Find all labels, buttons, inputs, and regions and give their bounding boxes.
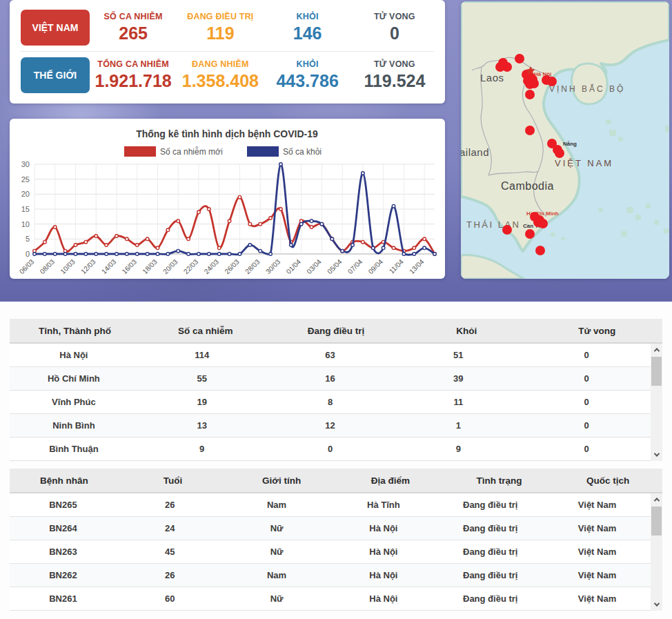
- case-dot[interactable]: [535, 246, 545, 255]
- table-row: BN26345NữHà NộiĐang điều trịViệt Nam: [10, 540, 651, 564]
- data-point: [74, 253, 77, 256]
- scroll-thumb[interactable]: [651, 357, 662, 386]
- data-point: [135, 244, 139, 247]
- case-dot[interactable]: [533, 217, 543, 227]
- x-axis-tick: 14/03: [100, 257, 118, 275]
- data-point: [187, 237, 190, 241]
- stat-recovered: KHỎI 146: [264, 12, 351, 43]
- x-axis-tick: 18/03: [141, 257, 159, 275]
- table-cell: 8: [266, 397, 395, 407]
- data-point: [371, 246, 375, 250]
- table-row: BN26526NamHà TĩnhĐang điều trịViệt Nam: [10, 493, 651, 517]
- data-point: [279, 208, 283, 211]
- table-row: BN26424NữHà NộiĐang điều trịViệt Nam: [10, 517, 651, 540]
- case-dot[interactable]: [555, 148, 564, 158]
- scroll-down-icon[interactable]: [651, 599, 662, 610]
- map-region-label: ailand: [461, 146, 489, 158]
- x-axis-tick: 30/03: [264, 257, 282, 275]
- map-region-label: Laos: [480, 72, 504, 83]
- case-dot[interactable]: [515, 54, 524, 63]
- map-canvas[interactable]: LaosVỊNH BẮC BỘailandCambodiaVIỆT NAMI T…: [461, 1, 669, 279]
- stat-cases: SỐ CA NHIỄM 265: [90, 12, 177, 43]
- data-point: [392, 246, 395, 250]
- data-point: [279, 163, 283, 166]
- case-dot[interactable]: [525, 126, 535, 135]
- x-axis-tick: 06/03: [18, 257, 36, 275]
- stat-value: 119.524: [351, 71, 438, 91]
- case-dot[interactable]: [525, 90, 535, 99]
- x-axis-tick: 20/03: [161, 257, 179, 275]
- case-dot[interactable]: [547, 77, 557, 86]
- case-dot[interactable]: [502, 225, 512, 235]
- stat-value: 146: [264, 23, 351, 43]
- data-point: [74, 244, 77, 247]
- table-cell: Việt Nam: [544, 547, 651, 557]
- data-point: [177, 249, 180, 253]
- patient-table-scrollbar[interactable]: [651, 493, 662, 611]
- x-axis-tick: 13/04: [408, 257, 426, 275]
- map-city-label: Nẵng: [563, 141, 577, 147]
- column-header: Địa điểm: [336, 475, 445, 486]
- y-axis-tick: 20: [21, 190, 30, 198]
- case-dot[interactable]: [525, 229, 535, 239]
- scroll-up-icon[interactable]: [651, 494, 662, 505]
- x-axis-tick: 12/03: [79, 257, 97, 275]
- x-axis-tick: 24/03: [203, 257, 221, 275]
- scroll-down-icon[interactable]: [651, 449, 662, 460]
- province-table-scrollbar[interactable]: [651, 344, 662, 461]
- data-point: [423, 246, 426, 250]
- hero-section: VIỆT NAM SỐ CA NHIỄM 265 ĐANG ĐIỀU TRỊ 1…: [0, 0, 672, 302]
- table-cell: Nữ: [224, 523, 330, 533]
- data-point: [146, 237, 149, 241]
- data-point: [228, 253, 231, 256]
- scroll-up-icon[interactable]: [651, 344, 662, 355]
- map-region-label: VIỆT NAM: [555, 158, 613, 168]
- table-cell: Đang điều trị: [437, 593, 544, 604]
- data-point: [413, 246, 416, 250]
- x-axis-tick: 09/04: [367, 257, 385, 275]
- table-row: Hồ Chí Minh5516390: [10, 367, 651, 391]
- data-point: [53, 226, 57, 229]
- table-cell: BN261: [10, 593, 117, 604]
- stat-value: 443.786: [264, 71, 351, 91]
- data-point: [310, 226, 313, 229]
- case-dot[interactable]: [495, 62, 505, 72]
- legend-item[interactable]: Số ca khỏi: [247, 146, 322, 157]
- column-header: Tử vong: [532, 326, 662, 336]
- table-cell: 39: [394, 373, 522, 384]
- data-point: [248, 244, 252, 247]
- covid-trend-chart[interactable]: Thống kê tình hình dịch bệnh COVID-19Số …: [10, 119, 445, 279]
- data-point: [330, 237, 334, 241]
- vietnam-button[interactable]: VIỆT NAM: [21, 10, 90, 46]
- table-cell: Việt Nam: [544, 593, 651, 604]
- table-cell: 0: [522, 444, 651, 454]
- table-cell: 13: [138, 420, 266, 431]
- column-header: Tỉnh, Thành phố: [10, 326, 140, 336]
- table-cell: Việt Nam: [544, 500, 651, 510]
- scroll-thumb[interactable]: [651, 507, 662, 536]
- world-button[interactable]: THẾ GIỚI: [21, 57, 90, 93]
- data-point: [156, 246, 159, 250]
- stat-infected: ĐANG NHIỄM 1.358.408: [177, 59, 264, 91]
- table-cell: 26: [117, 500, 224, 510]
- table-cell: Hồ Chí Minh: [10, 373, 138, 384]
- case-dot[interactable]: [529, 79, 539, 88]
- data-point: [84, 253, 88, 256]
- stat-treating: ĐANG ĐIỀU TRỊ 119: [177, 12, 264, 43]
- data-point: [299, 222, 303, 226]
- legend-swatch: [247, 146, 279, 157]
- legend-item[interactable]: Số ca nhiễm mới: [124, 146, 223, 157]
- stat-label: SỐ CA NHIỄM: [90, 12, 177, 21]
- vietnam-stats-row: VIỆT NAM SỐ CA NHIỄM 265 ĐANG ĐIỀU TRỊ 1…: [17, 6, 438, 50]
- patient-table: Bệnh nhânTuổiGiới tínhĐịa điểmTình trạng…: [10, 469, 662, 611]
- table-cell: 0: [266, 444, 395, 454]
- table-row: Vĩnh Phúc198110: [10, 391, 651, 414]
- x-axis-tick: 10/03: [59, 257, 77, 275]
- table-cell: 24: [117, 523, 224, 533]
- data-point: [238, 253, 241, 256]
- table-cell: 0: [522, 397, 651, 407]
- table-cell: Nam: [224, 500, 330, 510]
- vietnam-case-map[interactable]: LaosVỊNH BẮC BỘailandCambodiaVIỆT NAMI T…: [461, 1, 669, 279]
- y-axis-tick: 25: [21, 175, 30, 184]
- table-cell: 55: [138, 373, 266, 384]
